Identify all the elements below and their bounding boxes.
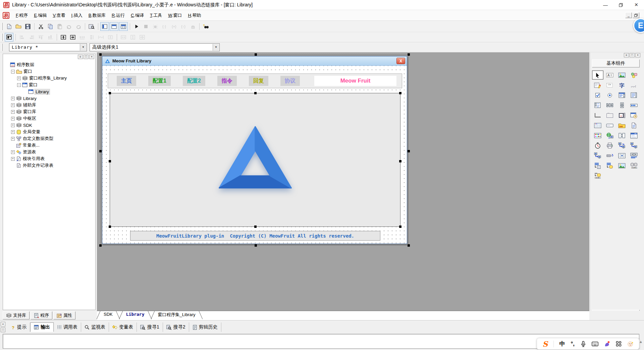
designed-window[interactable]: Meow Fruit Library X 主页配置1配置2指令回复协议Meow … (102, 56, 407, 244)
form-body[interactable]: 主页配置1配置2指令回复协议Meow Fruit (102, 66, 407, 244)
resize-handle[interactable] (255, 244, 257, 247)
tree-item-窗口[interactable]: −窗口 (4, 82, 95, 88)
component-line[interactable] (628, 81, 640, 90)
toggle-bottom-panel-button[interactable] (110, 22, 118, 31)
component-updown[interactable] (616, 101, 628, 110)
menu-item-1[interactable]: F.程序 (13, 12, 31, 18)
tree-item-全局变量[interactable]: +全局变量 (4, 129, 95, 135)
component-color-picker[interactable] (592, 131, 603, 140)
tree-item-辅助库[interactable]: +辅助库 (4, 102, 95, 108)
skin-figure-icon[interactable] (604, 341, 610, 347)
dock-close-icon[interactable]: × (1, 322, 5, 327)
menu-item-10[interactable]: H.帮助 (185, 12, 204, 18)
component-ruler[interactable] (592, 111, 603, 120)
output-tab-剪辑历史[interactable]: 剪辑历史 (189, 322, 221, 332)
resize-handle[interactable] (399, 226, 401, 228)
form-tab-回复[interactable]: 回复 (249, 76, 268, 86)
menu-item-6[interactable]: R.运行 (109, 12, 128, 18)
component-combo-ex[interactable] (616, 91, 628, 100)
basic-components-header[interactable]: 基本组件 (592, 59, 640, 67)
tree-expand-icon[interactable]: + (11, 123, 15, 127)
panel-menu-icon[interactable]: ≡ (78, 55, 83, 59)
component-combobox[interactable]: 高级选择夹1 ▼ (90, 43, 220, 51)
tree-item-程序数据[interactable]: 101程序数据 (4, 61, 95, 68)
component-directory-box[interactable]: DIR (616, 121, 628, 130)
find-in-files-button[interactable]: ? (202, 22, 210, 31)
panel-tab-支持库[interactable]: 支持库 (3, 311, 30, 319)
resize-handle[interactable] (255, 53, 257, 56)
panel-close-icon[interactable]: × (635, 53, 640, 57)
mdi-minimize-button[interactable]: _ (625, 12, 632, 18)
doc-tab-Library[interactable]: Library (119, 311, 151, 319)
output-tab-搜寻1[interactable]: 搜寻1 (137, 322, 163, 332)
resize-handle[interactable] (399, 92, 401, 94)
resize-handle[interactable] (254, 92, 257, 94)
resize-handle[interactable] (109, 92, 111, 94)
component-data-grid[interactable] (616, 151, 628, 160)
menu-item-7[interactable]: C.编译 (128, 12, 147, 18)
form-designer-button[interactable] (5, 33, 13, 42)
component-data-navigator[interactable] (628, 151, 640, 160)
panel-close-icon[interactable]: × (89, 55, 94, 59)
component-label[interactable]: A (604, 70, 615, 80)
component-odbc-query[interactable]: ODBC (592, 171, 603, 180)
form-tab-配置1[interactable]: 配置1 (148, 76, 171, 86)
tree-item-窗口程序集_Library[interactable]: +窗口程序集_Library (4, 75, 95, 82)
open-file-button[interactable] (14, 22, 23, 31)
form-tab-主页[interactable]: 主页 (117, 76, 136, 86)
menu-item-9[interactable]: W.窗口 (165, 12, 185, 18)
form-title-bar[interactable]: Meow Fruit Library X (102, 56, 407, 66)
tree-item-自定义数据类型[interactable]: +自定义数据类型 (4, 135, 95, 142)
tab-strip-component[interactable]: 主页配置1配置2指令回复协议Meow Fruit (108, 73, 402, 88)
menu-item-2[interactable]: E.编辑 (31, 12, 50, 18)
tree-item-SDK[interactable]: +SDK (4, 122, 95, 129)
panel-tab-程序[interactable]: 程序 (31, 311, 52, 319)
panel-float-icon[interactable]: □ (84, 55, 89, 59)
new-file-button[interactable] (5, 22, 13, 31)
component-net-receive[interactable] (592, 151, 603, 160)
tree-expand-icon[interactable]: + (11, 103, 15, 107)
component-month-calendar[interactable] (592, 121, 603, 130)
chevron-down-icon[interactable]: ▼ (80, 44, 86, 51)
form-tab-协议[interactable]: 协议 (280, 76, 300, 86)
component-rich-edit[interactable] (592, 81, 603, 90)
component-checkbox[interactable] (592, 91, 603, 100)
resize-handle[interactable] (109, 226, 111, 228)
menu-item-8[interactable]: T.工具 (147, 12, 165, 18)
tree-item-窗口[interactable]: −窗口 (4, 68, 95, 75)
tree-item-常量表...[interactable]: 常量表... (4, 142, 95, 149)
resize-handle[interactable] (408, 244, 410, 247)
component-picture-box[interactable] (616, 70, 628, 80)
minimize-button[interactable]: — (598, 0, 613, 10)
form-tab-指令[interactable]: 指令 (217, 76, 237, 86)
component-db-listbox[interactable] (604, 161, 615, 170)
output-tab-输出[interactable]: 输出 (30, 322, 54, 332)
tree-item-外部文件记录表[interactable]: 外部文件记录表 (4, 162, 95, 169)
component-window-ex[interactable] (628, 131, 640, 140)
restore-button[interactable] (613, 0, 629, 10)
cut-button[interactable] (37, 22, 45, 31)
component-printer[interactable] (604, 141, 615, 150)
component-progress-bar[interactable] (628, 101, 640, 110)
tree-expand-icon[interactable]: + (11, 157, 15, 161)
component-radio-button[interactable] (604, 91, 615, 100)
component-date-time-picker[interactable] (628, 111, 640, 120)
tree-expand-icon[interactable]: − (11, 70, 15, 73)
find-button[interactable] (87, 22, 96, 31)
component-com-port[interactable] (604, 151, 615, 160)
emoji-face-icon[interactable] (627, 341, 634, 347)
menu-item-3[interactable]: V.查看 (50, 12, 68, 18)
component-group-box[interactable] (604, 111, 615, 120)
tree-expand-icon[interactable]: − (17, 83, 21, 87)
copyright-label[interactable]: MeowFruitLibrary plug-in Copyright (C) M… (130, 231, 380, 241)
microphone-icon[interactable] (580, 341, 586, 347)
component-image-list[interactable] (616, 161, 628, 170)
tree-item-模块引用表[interactable]: +模块引用表 (4, 155, 95, 162)
toolbar-grip[interactable] (1, 23, 3, 30)
form-tab-配置2[interactable]: 配置2 (183, 76, 205, 86)
tree-expand-icon[interactable]: + (11, 150, 15, 154)
panel-float-icon[interactable]: □ (630, 53, 635, 57)
component-shape[interactable] (628, 70, 640, 80)
center-horizontal-button[interactable] (59, 33, 68, 42)
chevron-down-icon[interactable]: ▼ (213, 44, 219, 51)
